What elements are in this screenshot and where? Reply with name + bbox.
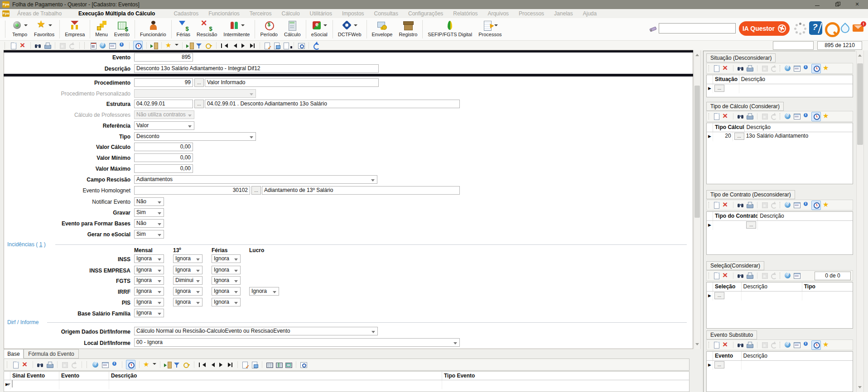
descricao-field[interactable]: Desconto 13o Salário Adiantamento - Inte… xyxy=(134,64,379,73)
menu-relatorios[interactable]: Relatórios xyxy=(448,10,482,17)
pis-mensal-select[interactable]: Ignora xyxy=(134,298,164,306)
menu-impostos[interactable]: Impostos xyxy=(337,10,369,17)
processos-button[interactable]: Processos xyxy=(475,18,505,40)
new-record-icon[interactable] xyxy=(10,42,17,49)
scroll-down-icon[interactable] xyxy=(695,343,699,347)
grid-selected-icon[interactable] xyxy=(275,361,283,368)
inss-empresa-13-select[interactable]: Ignora xyxy=(173,266,203,274)
print-icon[interactable] xyxy=(46,361,53,368)
grid-row[interactable]: ... xyxy=(707,84,853,93)
print-icon[interactable] xyxy=(746,272,753,279)
registro-button[interactable]: Registro xyxy=(395,18,420,40)
print-icon[interactable] xyxy=(746,201,753,209)
table-row[interactable] xyxy=(4,380,689,389)
info-pin-icon[interactable] xyxy=(111,361,118,368)
evento-substituto-lookup-button[interactable]: ... xyxy=(714,361,724,368)
water-drop-icon[interactable] xyxy=(839,22,850,34)
new-row-icon[interactable] xyxy=(713,341,720,349)
descricao-cell[interactable] xyxy=(742,361,853,370)
print-icon[interactable] xyxy=(746,113,753,120)
evento-formar-bases-select[interactable]: Não xyxy=(134,219,164,228)
tab-situacao[interactable]: Situação (Desconsiderar) xyxy=(706,53,776,62)
notificar-evento-select[interactable]: Não xyxy=(134,197,164,206)
search-icon[interactable] xyxy=(34,42,42,49)
tipo-evento-cell[interactable] xyxy=(442,380,689,389)
dctfweb-button[interactable]: DCTFWeb xyxy=(335,18,365,40)
exit-icon[interactable] xyxy=(150,42,158,49)
inss-empresa-mensal-select[interactable]: Ignora xyxy=(134,266,164,274)
evento-cell[interactable]: ... xyxy=(713,361,742,370)
history-clock-button[interactable] xyxy=(811,64,821,73)
print-icon[interactable] xyxy=(746,65,753,72)
help-globe-icon[interactable] xyxy=(784,272,791,279)
descricao-cell[interactable] xyxy=(739,84,853,93)
delete-row-icon[interactable] xyxy=(722,201,729,209)
procedimento-code-field[interactable]: 99 xyxy=(134,78,193,87)
situacao-lookup-button[interactable]: ... xyxy=(714,85,724,92)
menu-button[interactable]: Menu xyxy=(92,18,111,40)
inss-empresa-ferias-select[interactable]: Ignora xyxy=(212,266,241,274)
tipo-contrato-cell[interactable]: ... xyxy=(713,221,758,230)
favorite-icon[interactable] xyxy=(143,361,150,368)
preview-icon[interactable] xyxy=(300,361,307,368)
tempo-button[interactable]: Tempo xyxy=(9,18,31,40)
grid-frame-icon[interactable] xyxy=(285,361,292,368)
inss-13-select[interactable]: Ignora xyxy=(173,254,203,263)
search-icon[interactable] xyxy=(737,65,744,72)
menu-cadastros[interactable]: Cadastros xyxy=(169,10,203,17)
intermitente-button[interactable]: Intermitente xyxy=(220,18,253,40)
base-salario-familia-select[interactable]: Ignora xyxy=(134,309,164,317)
keys-icon[interactable] xyxy=(205,42,212,49)
irrf-13-select[interactable]: Ignora xyxy=(173,287,203,296)
delete-row-icon[interactable] xyxy=(722,65,729,72)
tab-evento-substituto[interactable]: Evento Substituto xyxy=(706,330,757,339)
favorite-icon[interactable] xyxy=(823,113,830,120)
scroll-up-icon[interactable] xyxy=(858,53,862,57)
help-globe-icon[interactable] xyxy=(784,201,791,209)
sinal-evento-select[interactable] xyxy=(12,380,13,387)
history-clock-button[interactable] xyxy=(133,41,143,50)
descricao-cell[interactable] xyxy=(758,221,853,230)
new-row-icon[interactable] xyxy=(713,201,720,209)
menu-processos[interactable]: Processos xyxy=(514,10,549,17)
menu-funcionarios[interactable]: Funcionários xyxy=(203,10,245,17)
menu-ajuda[interactable]: Ajuda xyxy=(578,10,602,17)
estrutura-code-field[interactable]: 04.02.99.01 xyxy=(134,100,193,108)
menu-app-icon[interactable]: Fpa xyxy=(2,10,10,17)
sefip-fgts-button[interactable]: SEFIP/FGTS Digital xyxy=(424,18,475,40)
scroll-up-icon[interactable] xyxy=(695,52,699,56)
tipo-calculo-code-cell[interactable]: 20 xyxy=(713,132,733,141)
origem-dirf-select[interactable]: Cálculo Normal ou Rescisão-CalculoEvento… xyxy=(134,327,378,335)
estrutura-desc-field[interactable]: 04.02.99.01 . Desconto Adiantamento 13o … xyxy=(205,100,460,108)
nav-first-icon[interactable] xyxy=(220,42,227,49)
fgts-ferias-select[interactable]: Ignora xyxy=(212,276,241,285)
empresa-button[interactable]: Empresa xyxy=(62,18,88,40)
scrollbar-thumb[interactable] xyxy=(857,63,863,145)
chevron-down-icon[interactable] xyxy=(175,44,178,48)
evento-field[interactable]: 895 xyxy=(134,53,193,62)
periodo-button[interactable]: Período xyxy=(257,18,281,40)
nav-next-icon[interactable] xyxy=(239,42,246,49)
nav-prev-icon[interactable] xyxy=(230,42,237,49)
form-scrollbar[interactable] xyxy=(694,50,701,349)
filter-icon[interactable] xyxy=(174,361,181,368)
esocial-button[interactable]: eSocial xyxy=(308,18,331,40)
confirm-doc-icon[interactable] xyxy=(241,361,249,368)
keys-icon[interactable] xyxy=(183,361,190,368)
pis-ferias-select[interactable]: Ignora xyxy=(212,298,241,306)
nav-next-icon[interactable] xyxy=(217,361,224,368)
preview-icon[interactable] xyxy=(298,42,305,49)
tipo-calculo-lookup-button[interactable]: ... xyxy=(734,133,744,140)
info-pin-icon[interactable] xyxy=(802,113,810,120)
delete-row-icon[interactable] xyxy=(722,272,729,279)
delete-row-icon[interactable] xyxy=(22,361,29,368)
tipo-calculo-desc-cell[interactable]: 13o Salário Adiantamento xyxy=(745,132,853,141)
list-view-icon[interactable] xyxy=(793,65,800,72)
close-button[interactable]: × xyxy=(847,0,867,9)
confirm-doc-icon[interactable] xyxy=(264,42,271,49)
incidencias-count-link[interactable]: 1 xyxy=(39,241,43,248)
history-clock-button[interactable] xyxy=(811,340,821,350)
search-icon[interactable] xyxy=(737,201,744,209)
report-icon[interactable] xyxy=(90,42,97,49)
help-globe-icon[interactable] xyxy=(784,65,791,72)
